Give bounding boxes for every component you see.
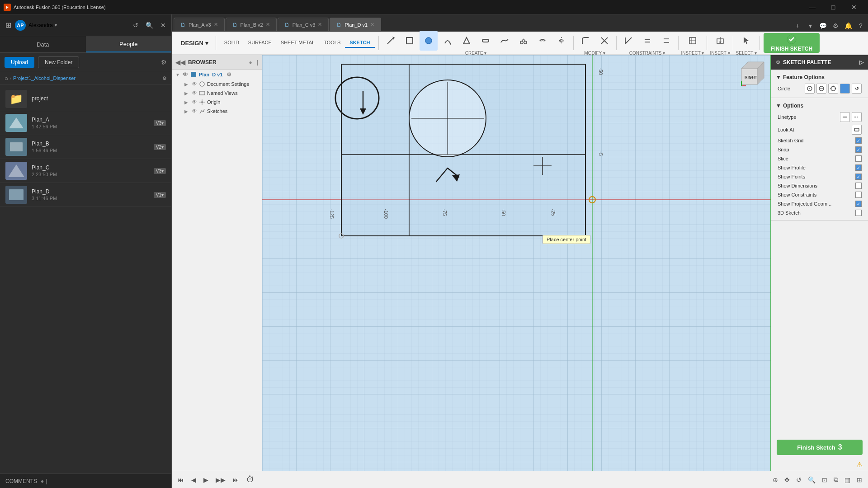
browser-item-doc-settings[interactable]: ▶ 👁 Document Settings xyxy=(172,80,262,89)
options-header[interactable]: ▼ Options xyxy=(771,101,868,111)
settings-icon[interactable]: ⚙ xyxy=(161,59,167,66)
design-dropdown-button[interactable]: DESIGN ▾ xyxy=(175,34,214,52)
tab-tools[interactable]: TOOLS xyxy=(319,38,345,48)
slot-tool-button[interactable] xyxy=(476,31,495,51)
color-swatch[interactable] xyxy=(840,84,850,94)
fillet-tool-button[interactable] xyxy=(576,31,594,51)
line-tool-button[interactable] xyxy=(382,31,400,51)
show-projected-checkbox[interactable]: ✓ xyxy=(855,201,862,207)
minimize-button[interactable]: — xyxy=(802,0,823,14)
trim-modify-button[interactable] xyxy=(595,31,613,51)
display-mode-btn[interactable]: ▦ xyxy=(842,475,853,484)
tab-surface[interactable]: SURFACE xyxy=(244,38,276,48)
tab-plan-c[interactable]: 🗋 Plan_C v3 ✕ xyxy=(278,18,329,31)
play-button[interactable]: ▶ xyxy=(201,475,211,484)
refresh-icon-btn[interactable]: ↺ xyxy=(852,84,862,94)
pan-tool[interactable]: ✥ xyxy=(782,475,792,484)
tab-people[interactable]: People xyxy=(86,36,172,52)
sketch-grid-checkbox[interactable]: ✓ xyxy=(855,137,862,144)
equal-button[interactable] xyxy=(638,31,656,51)
skip-to-end-button[interactable]: ⏭ xyxy=(231,475,241,484)
tab-solid[interactable]: SOLID xyxy=(220,38,244,48)
new-folder-button[interactable]: New Folder xyxy=(38,56,79,68)
show-dimensions-checkbox[interactable] xyxy=(855,183,862,189)
offset-tool-button[interactable] xyxy=(533,31,552,51)
show-profile-checkbox[interactable]: ✓ xyxy=(855,164,862,171)
two-point-circle-btn[interactable] xyxy=(816,84,826,94)
sketch-palette-expand-icon[interactable]: ⚙ xyxy=(776,60,780,66)
sketch-canvas[interactable]: -50 -5 -125 -100 -75 -50 -25 xyxy=(262,55,771,471)
3d-sketch-checkbox[interactable] xyxy=(855,210,862,216)
close-tab-icon[interactable]: ✕ xyxy=(318,22,322,28)
linetype-construction-btn[interactable] xyxy=(852,112,862,122)
show-points-checkbox[interactable]: ✓ xyxy=(855,174,862,180)
version-badge[interactable]: V2▾ xyxy=(154,144,166,150)
show-constraints-checkbox[interactable] xyxy=(855,192,862,198)
spline-tool-button[interactable] xyxy=(495,31,514,51)
close-tab-icon[interactable]: ✕ xyxy=(370,22,374,28)
browser-item-sketches[interactable]: ▶ 👁 Sketches xyxy=(172,107,262,116)
insert-button[interactable] xyxy=(711,31,729,51)
browser-item-plan-d[interactable]: ▼ 👁 Plan_D v1 ⚙ xyxy=(172,70,262,80)
tab-data[interactable]: Data xyxy=(0,36,86,52)
zoom-tool[interactable]: 🔍 xyxy=(806,475,818,484)
tab-sketch[interactable]: SKETCH xyxy=(345,38,374,48)
finish-sketch-toolbar-button[interactable]: FINISH SKETCH xyxy=(764,33,820,53)
grid-icon[interactable]: ⊞ xyxy=(5,21,11,29)
user-name[interactable]: Alexandra xyxy=(28,22,53,28)
linetype-normal-btn[interactable] xyxy=(840,112,850,122)
list-item[interactable]: Plan_D 3:11:46 PM V1▾ xyxy=(0,183,171,207)
inspect-button[interactable] xyxy=(684,31,702,51)
search-icon[interactable]: 🔍 xyxy=(146,22,153,29)
maximize-button[interactable]: □ xyxy=(823,0,844,14)
browser-collapse-icon[interactable]: ◀◀ xyxy=(175,59,185,66)
version-badge[interactable]: V3▾ xyxy=(154,120,166,126)
home-icon[interactable]: ⌂ xyxy=(5,75,8,81)
settings-icon[interactable]: ⚙ xyxy=(830,20,841,31)
close-tab-icon[interactable]: ✕ xyxy=(266,22,270,28)
timeline-icon[interactable]: ⏱ xyxy=(244,474,257,485)
list-item[interactable]: Plan_C 2:23:50 PM V3▾ xyxy=(0,159,171,183)
parallel-button[interactable] xyxy=(657,31,675,51)
version-badge[interactable]: V3▾ xyxy=(154,168,166,174)
three-point-circle-btn[interactable] xyxy=(828,84,838,94)
view-mode-btn[interactable]: ⧉ xyxy=(831,475,840,484)
view-cube[interactable]: RIGHT xyxy=(739,60,766,87)
orbit-tool[interactable]: ↺ xyxy=(794,475,804,484)
feature-options-header[interactable]: ▼ Feature Options xyxy=(771,72,868,82)
close-icon[interactable]: ✕ xyxy=(160,22,166,29)
browser-item-named-views[interactable]: ▶ 👁 Named Views xyxy=(172,89,262,98)
arc-tool-button[interactable] xyxy=(439,31,457,51)
palette-collapse-icon[interactable]: ▷ xyxy=(859,59,863,66)
finish-sketch-button[interactable]: Finish Sketch 3 xyxy=(777,440,863,455)
close-tab-icon[interactable]: ✕ xyxy=(214,22,218,28)
tab-list-button[interactable]: ▾ xyxy=(805,20,816,31)
component-settings-icon[interactable]: ⚙ xyxy=(226,71,231,78)
browser-item-origin[interactable]: ▶ 👁 Origin xyxy=(172,98,262,107)
upload-button[interactable]: Upload xyxy=(5,57,34,68)
chat-icon[interactable]: 💬 xyxy=(817,20,828,31)
rectangle-tool-button[interactable] xyxy=(401,31,419,51)
mirror-tool-button[interactable] xyxy=(552,31,571,51)
browser-settings-icon[interactable]: ● xyxy=(249,59,252,66)
close-button[interactable]: ✕ xyxy=(844,0,864,14)
notification-icon[interactable]: 🔔 xyxy=(843,20,854,31)
step-back-button[interactable]: ◀ xyxy=(189,475,198,484)
list-item[interactable]: Plan_B 1:56:46 PM V2▾ xyxy=(0,135,171,159)
breadcrumb-settings-icon[interactable]: ⚙ xyxy=(162,75,167,81)
cursor-tool[interactable]: ⊕ xyxy=(770,475,780,484)
skip-to-start-button[interactable]: ⏮ xyxy=(175,475,186,484)
tab-plan-b[interactable]: 🗋 Plan_B v2 ✕ xyxy=(226,18,277,31)
tab-plan-d[interactable]: 🗋 Plan_D v1 ✕ xyxy=(330,18,381,31)
list-item[interactable]: Plan_A 1:42:56 PM V3▾ xyxy=(0,111,171,135)
question-icon[interactable]: ? xyxy=(855,20,866,31)
polygon-tool-button[interactable] xyxy=(458,31,476,51)
slice-checkbox[interactable] xyxy=(855,155,862,162)
new-tab-button[interactable]: + xyxy=(792,20,803,31)
snap-checkbox[interactable]: ✓ xyxy=(855,146,862,153)
project-link[interactable]: Project1_Alcohol_Dispenser xyxy=(13,75,75,81)
trim-tool-button[interactable] xyxy=(514,31,533,51)
tab-plan-a[interactable]: 🗋 Plan_A v3 ✕ xyxy=(174,18,225,31)
grid-toggle-btn[interactable]: ⊞ xyxy=(854,475,864,484)
list-item[interactable]: 📁 project xyxy=(0,87,171,111)
